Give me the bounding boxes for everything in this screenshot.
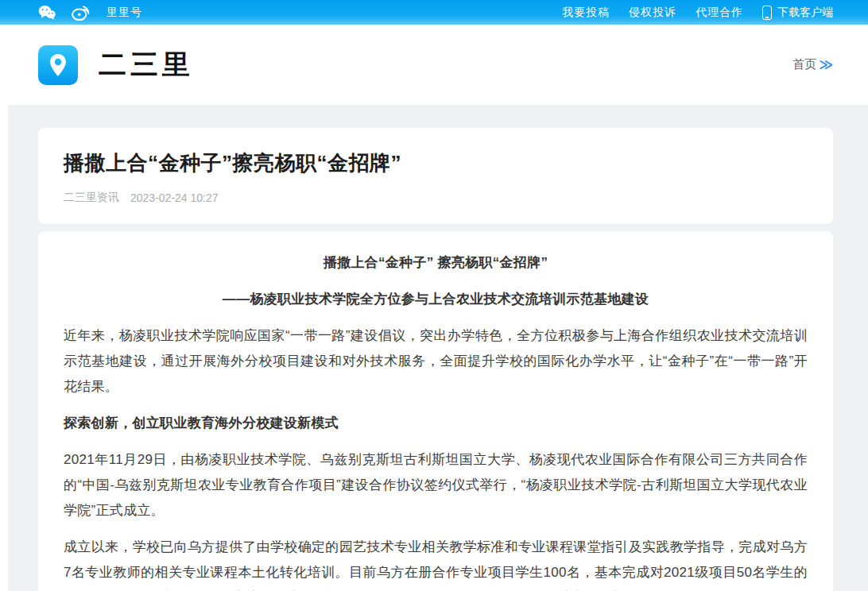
article-title: 播撒上合“金种子”擦亮杨职“金招牌” [64,149,808,177]
topbar-brand-lilihao[interactable]: 里里号 [107,6,142,20]
topbar-left-group: 里里号 [38,5,142,21]
download-client-label: 下载客户端 [777,6,833,20]
article-publish-time: 2023-02-24 10:27 [130,191,219,204]
link-submit-article[interactable]: 我要投稿 [562,6,610,20]
phone-icon [762,6,772,20]
article-content-card: 播撒上合“金种子” 擦亮杨职“金招牌” ——杨凌职业技术学院全方位参与上合农业技… [38,231,833,591]
site-name: 二三里 [99,46,194,83]
article-source: 二三里资讯 [64,191,119,205]
article-centered-heading: 播撒上合“金种子” 擦亮杨职“金招牌” [64,250,808,276]
topbar-right-group: 我要投稿 侵权投诉 代理合作 下载客户端 [562,6,833,20]
page-background: 播撒上合“金种子”擦亮杨职“金招牌” 二三里资讯 2023-02-24 10:2… [8,105,868,591]
article-meta: 二三里资讯 2023-02-24 10:27 [64,191,808,205]
home-link-label: 首页 [792,57,816,72]
article-centered-subheading: ——杨凌职业技术学院全方位参与上合农业技术交流培训示范基地建设 [64,287,808,312]
double-chevron-right-icon: ≫ [819,56,833,73]
article-section-heading: 探索创新，创立职业教育海外分校建设新模式 [64,411,808,436]
site-header: 二三里 首页 ≫ [0,25,868,105]
wechat-icon[interactable] [38,5,56,20]
home-link[interactable]: 首页 ≫ [792,56,833,73]
article-paragraph: 成立以来，学校已向乌方提供了由学校确定的园艺技术专业相关教学标准和专业课程课堂指… [64,535,808,591]
site-logo-link[interactable]: 二三里 [38,45,194,85]
article-paragraph: 2021年11月29日，由杨凌职业技术学院、乌兹别克斯坦古利斯坦国立大学、杨凌现… [64,447,808,523]
link-agency-cooperation[interactable]: 代理合作 [696,6,743,20]
weibo-icon[interactable] [72,5,91,21]
location-pin-logo-icon [38,45,78,85]
article-title-card: 播撒上合“金种子”擦亮杨职“金招牌” 二三里资讯 2023-02-24 10:2… [38,128,833,224]
download-client-button[interactable]: 下载客户端 [743,6,833,20]
link-infringement-complaint[interactable]: 侵权投诉 [629,6,676,20]
top-bar: 里里号 我要投稿 侵权投诉 代理合作 下载客户端 [0,0,868,25]
article-paragraph: 近年来，杨凌职业技术学院响应国家“一带一路”建设倡议，突出办学特色，全方位积极参… [64,323,808,400]
